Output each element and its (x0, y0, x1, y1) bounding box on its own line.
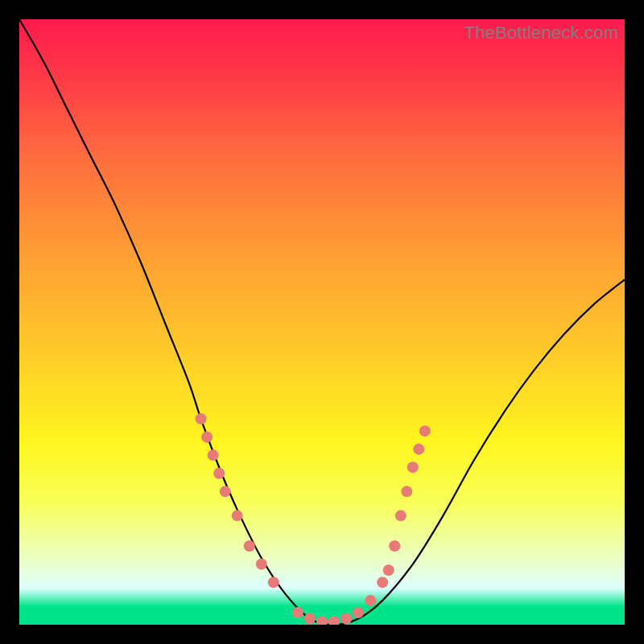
curve-marker (365, 595, 376, 606)
curve-marker (341, 613, 352, 625)
curve-markers (196, 413, 431, 625)
curve-marker (377, 576, 388, 588)
curve-marker (268, 576, 279, 588)
curve-marker (292, 607, 303, 618)
curve-marker (401, 486, 412, 497)
curve-marker (389, 540, 400, 551)
curve-marker (232, 510, 243, 522)
curve-marker (244, 540, 255, 551)
watermark-label: TheBottleneck.com (464, 23, 618, 43)
curve-marker (383, 564, 394, 576)
curve-marker (328, 616, 340, 625)
curve-marker (208, 449, 219, 460)
curve-marker (256, 559, 267, 570)
curve-marker (407, 462, 419, 473)
chart-frame: TheBottleneck.com (19, 19, 625, 625)
curve-marker (316, 616, 328, 625)
curve-marker (395, 510, 407, 522)
curve-marker (196, 413, 207, 424)
curve-marker (220, 486, 231, 497)
curve-marker (201, 431, 213, 443)
curve-marker (304, 613, 316, 625)
curve-marker (419, 425, 431, 436)
chart-svg (19, 19, 625, 625)
plot-area: TheBottleneck.com (19, 19, 625, 625)
curve-marker (413, 444, 424, 455)
bottleneck-curve (19, 19, 625, 625)
curve-marker (353, 607, 364, 618)
curve-marker (213, 468, 225, 479)
